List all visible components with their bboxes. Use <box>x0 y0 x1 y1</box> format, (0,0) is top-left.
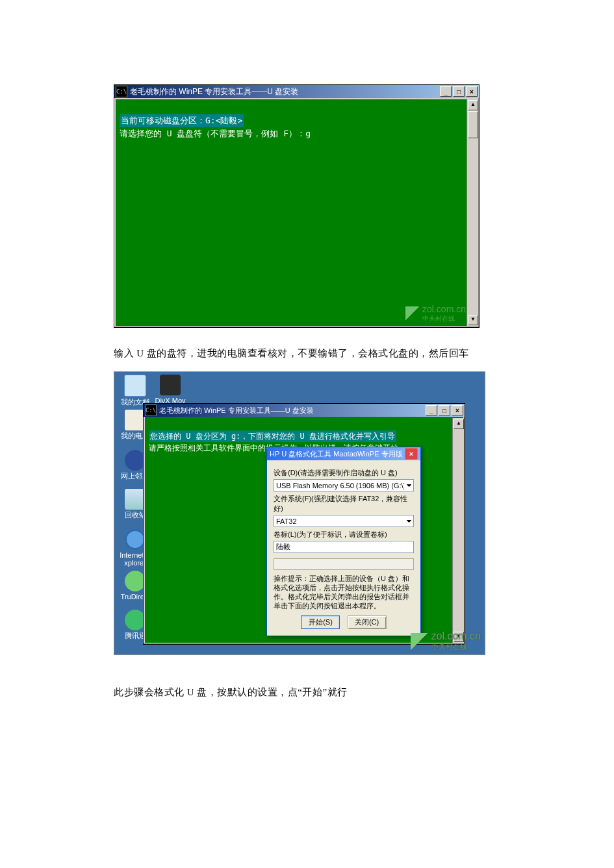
watermark-text: zol.com.cn <box>431 630 481 641</box>
watermark-1: zol.com.cn 中关村在线 <box>405 304 466 323</box>
zol-logo-icon <box>411 633 429 650</box>
console-line-highlight: 当前可移动磁盘分区：G:<陆毅> <box>120 114 244 127</box>
desktop-screenshot: 我的文档 DivX Movies 我的电脑 网上邻居 回收站 Internet … <box>114 371 485 655</box>
maximize-button[interactable]: □ <box>453 86 465 97</box>
console-line-highlight: 您选择的 U 盘分区为 g:，下面将对您的 U 盘进行格式化并写入引导 <box>149 430 396 442</box>
start-button[interactable]: 开始(S) <box>301 615 340 629</box>
dialog-titlebar[interactable]: HP U 盘格式化工具 MaotaoWinPE 专用版 × <box>267 447 420 460</box>
watermark-text: zol.com.cn <box>422 304 466 314</box>
desktop-icon-my-documents[interactable]: 我的文档 <box>120 375 151 406</box>
window-title-1: 老毛桃制作的 WinPE 专用安装工具——U 盘安装 <box>130 86 439 97</box>
zol-logo-icon <box>405 306 420 321</box>
volume-label-input[interactable] <box>274 541 414 553</box>
scroll-up-button[interactable]: ▲ <box>454 419 464 429</box>
maximize-button[interactable]: □ <box>439 405 450 415</box>
window-title-2: 老毛桃制作的 WinPE 专用安装工具——U 盘安装 <box>159 406 424 415</box>
watermark-subtext: 中关村在线 <box>422 314 466 323</box>
titlebar-1[interactable]: C:\ 老毛桃制作的 WinPE 专用安装工具——U 盘安装 _ □ × <box>114 85 479 98</box>
watermark-subtext: 中关村在线 <box>431 642 481 652</box>
scroll-thumb[interactable] <box>468 111 478 138</box>
filesystem-label: 文件系统(F)(强烈建议选择 FAT32，兼容性好) <box>274 494 414 514</box>
cmd-icon: C:\ <box>116 86 127 97</box>
format-dialog: HP U 盘格式化工具 MaotaoWinPE 专用版 × 设备(D)(请选择需… <box>266 447 421 636</box>
watermark-2: zol.com.cn 中关村在线 <box>411 630 481 652</box>
folder-icon <box>124 375 146 397</box>
caption-1: 输入 U 盘的盘符，进我的电脑查看核对，不要输错了，会格式化盘的，然后回车 <box>114 347 500 360</box>
scrollbar-1[interactable]: ▲ ▼ <box>467 99 478 326</box>
filesystem-select[interactable]: FAT32 <box>274 515 414 527</box>
cmd-icon: C:\ <box>145 404 157 416</box>
dialog-close-button[interactable]: × <box>405 448 418 460</box>
close-button[interactable]: × <box>466 86 478 97</box>
caption-2: 此步骤会格式化 U 盘，按默认的设置，点“开始”就行 <box>114 686 500 699</box>
close-button[interactable]: 关闭(C) <box>348 615 387 629</box>
device-select[interactable]: USB Flash Memory 6.50 (1906 MB) (G:\) <box>274 479 414 491</box>
console-output-1: 当前可移动磁盘分区：G:<陆毅> 请选择您的 U 盘盘符（不需要冒号，例如 F）… <box>116 99 478 326</box>
volume-label-label: 卷标(L)(为了便于标识，请设置卷标) <box>274 530 414 539</box>
scroll-up-button[interactable]: ▲ <box>468 100 478 110</box>
dialog-note: 操作提示：正确选择上面的设备（U 盘）和格式化选项后，点击开始按钮执行格式化操作… <box>274 574 414 610</box>
console-line: 请选择您的 U 盘盘符（不需要冒号，例如 F）：g <box>120 129 311 138</box>
scrollbar-2[interactable]: ▲ ▼ <box>452 418 463 643</box>
close-button[interactable]: × <box>452 405 463 415</box>
divx-icon <box>160 375 181 395</box>
scroll-down-button[interactable]: ▼ <box>468 315 478 325</box>
dialog-title: HP U 盘格式化工具 MaotaoWinPE 专用版 <box>270 449 405 459</box>
device-label: 设备(D)(请选择需要制作启动盘的 U 盘) <box>274 468 414 478</box>
progress-bar <box>274 558 414 570</box>
titlebar-2[interactable]: C:\ 老毛桃制作的 WinPE 专用安装工具——U 盘安装 _ □ × <box>144 404 465 417</box>
minimize-button[interactable]: _ <box>426 405 437 415</box>
minimize-button[interactable]: _ <box>440 86 452 97</box>
console-window-1: C:\ 老毛桃制作的 WinPE 专用安装工具——U 盘安装 _ □ × 当前可… <box>114 84 480 328</box>
